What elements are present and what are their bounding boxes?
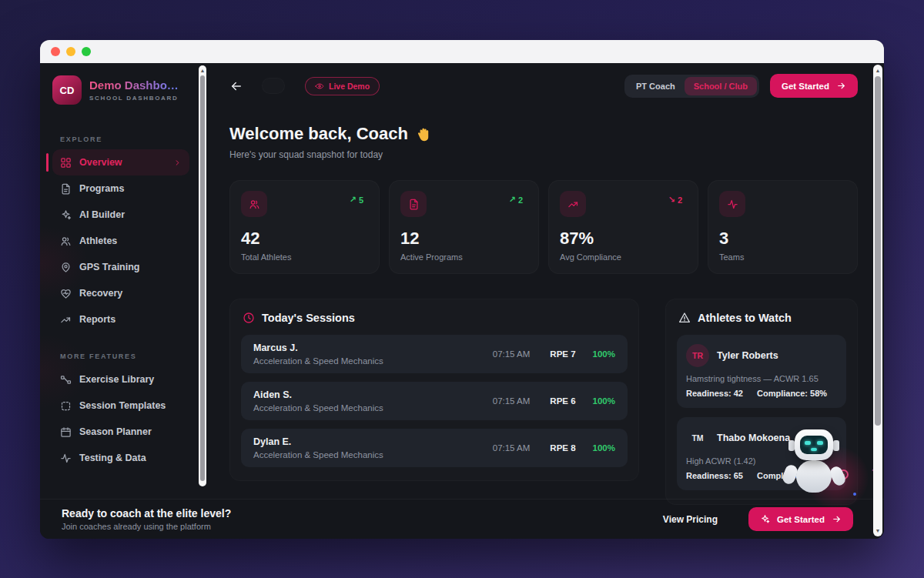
watch-card[interactable]: TR Tyler Roberts Hamstring tightness — A… — [677, 335, 846, 408]
activity-icon — [727, 199, 738, 210]
sidebar-item[interactable]: Athletes — [52, 228, 189, 254]
brand[interactable]: CD Demo Dashboard SCHOOL DASHBOARD — [52, 75, 189, 105]
sidebar-item-label: Session Templates — [79, 400, 166, 411]
sidebar-item[interactable]: Exercise Library — [52, 366, 189, 393]
sidebar-item[interactable]: Reports — [52, 306, 189, 332]
panel-left-icon[interactable] — [262, 78, 285, 94]
sidebar-scrollbar[interactable]: ▲ — [199, 65, 206, 486]
session-rpe: RPE 8 — [550, 443, 575, 453]
session-rpe: RPE 6 — [550, 396, 575, 406]
assistant-robot-mascot[interactable]: ? — [776, 426, 865, 506]
sidebar-item[interactable]: Season Planner — [52, 419, 189, 445]
session-row[interactable]: Aiden S. Acceleration & Speed Mechanics … — [241, 382, 628, 420]
scroll-up-icon[interactable]: ▲ — [200, 68, 206, 73]
zoom-button[interactable] — [82, 47, 91, 56]
stat-value: 42 — [241, 229, 363, 249]
arrow-right-icon — [836, 81, 846, 91]
session-time: 07:15 AM — [493, 349, 531, 359]
arrow-up-right-icon: ↗ — [350, 195, 357, 205]
sidebar-item[interactable]: Programs — [52, 175, 189, 202]
session-row[interactable]: Marcus J. Acceleration & Speed Mechanics… — [241, 335, 628, 373]
stat-card[interactable]: ↗ 5 42 Total Athletes — [229, 180, 380, 274]
window-titlebar — [40, 40, 884, 63]
stat-card[interactable]: ↗ 2 12 Active Programs — [389, 180, 539, 274]
sidebar: CD Demo Dashboard SCHOOL DASHBOARD EXPLO… — [40, 63, 199, 499]
footer-get-started-button[interactable]: Get Started — [748, 507, 853, 531]
grid-icon — [60, 157, 72, 169]
athlete-readiness: Readiness: 65 — [686, 471, 743, 480]
live-demo-badge[interactable]: Live Demo — [305, 77, 380, 95]
users-icon — [249, 199, 260, 210]
watch-title: Athletes to Watch — [698, 312, 792, 324]
arrow-down-right-icon: ↘ — [668, 195, 675, 205]
athlete-name: Dylan E. — [253, 436, 383, 447]
get-started-label: Get Started — [782, 82, 829, 91]
athlete-name: Marcus J. — [253, 342, 383, 353]
alert-triangle-icon — [678, 312, 691, 324]
sidebar-scrollbar-thumb[interactable] — [200, 75, 205, 481]
view-pricing-link[interactable]: View Pricing — [663, 514, 718, 525]
main-scrollbar[interactable]: ▲ ▼ — [873, 65, 882, 536]
footer-title: Ready to coach at the elite level? — [62, 507, 231, 520]
scroll-up-icon[interactable]: ▲ — [875, 68, 881, 73]
session-compliance: 100% — [593, 349, 615, 359]
session-time: 07:15 AM — [493, 443, 531, 453]
get-started-button[interactable]: Get Started — [770, 74, 858, 98]
sidebar-section-more: MORE FEATURES — [60, 352, 189, 360]
sidebar-item[interactable]: Overview — [52, 149, 189, 175]
users-icon — [60, 236, 72, 247]
stat-value: 3 — [719, 229, 842, 249]
brand-title: Demo Dashboard — [89, 79, 180, 92]
heart-pulse-icon — [60, 288, 72, 299]
stat-card[interactable]: 3 Teams — [708, 180, 858, 274]
athlete-name: Aiden S. — [253, 389, 383, 400]
toggle-option-school-club[interactable]: School / Club — [685, 77, 757, 95]
sidebar-item[interactable]: GPS Training — [52, 254, 189, 280]
sidebar-item[interactable]: Recovery — [52, 280, 189, 306]
brand-logo: CD — [52, 75, 82, 105]
file-text-icon — [60, 183, 72, 195]
file-text-icon — [408, 199, 420, 210]
main-scrollbar-thumb[interactable] — [875, 76, 881, 426]
session-row[interactable]: Dylan E. Acceleration & Speed Mechanics … — [241, 429, 628, 467]
trending-up-icon — [567, 199, 579, 210]
sessions-list: Marcus J. Acceleration & Speed Mechanics… — [241, 335, 628, 467]
session-program: Acceleration & Speed Mechanics — [253, 403, 383, 413]
sidebar-item[interactable]: Testing & Data — [52, 445, 189, 471]
session-compliance: 100% — [593, 443, 615, 453]
robot-face-screen — [800, 436, 828, 454]
arrow-left-icon[interactable] — [229, 79, 243, 93]
athlete-readiness: Readiness: 42 — [686, 389, 743, 398]
stat-value: 87% — [560, 229, 682, 249]
toggle-option-pt-coach[interactable]: PT Coach — [627, 77, 685, 95]
stat-card[interactable]: ↘ 2 87% Avg Compliance — [548, 180, 698, 274]
close-button[interactable] — [51, 47, 60, 56]
page-subtitle: Here's your squad snapshot for today — [229, 149, 858, 160]
sidebar-item[interactable]: Session Templates — [52, 393, 189, 419]
template-icon — [60, 400, 72, 412]
session-program: Acceleration & Speed Mechanics — [253, 450, 383, 459]
sidebar-item-label: Season Planner — [79, 426, 152, 437]
sidebar-item[interactable]: AI Builder — [52, 202, 189, 228]
sidebar-item-label: Testing & Data — [79, 453, 146, 463]
sidebar-item-label: Reports — [79, 314, 116, 325]
sparkles-icon — [760, 514, 770, 524]
athlete-compliance: Compliance: 58% — [757, 389, 827, 398]
sidebar-item-label: AI Builder — [79, 209, 125, 220]
stat-value: 12 — [400, 229, 523, 249]
sessions-title: Today's Sessions — [262, 312, 355, 324]
page-title: Welcome back, Coach — [229, 124, 858, 144]
minimize-button[interactable] — [66, 47, 75, 56]
avatar: TM — [686, 426, 709, 449]
calendar-icon — [60, 426, 72, 438]
sidebar-item-label: Athletes — [79, 236, 117, 246]
brand-subtitle: SCHOOL DASHBOARD — [89, 95, 180, 102]
stat-label: Total Athletes — [241, 252, 363, 262]
welcome-section: Welcome back, Coach Here's your squad sn… — [229, 124, 858, 160]
topbar: Live Demo PT Coach School / Club Get Sta… — [229, 74, 858, 98]
wave-hand-icon — [415, 125, 432, 142]
stat-trend: ↗ 5 — [350, 195, 363, 205]
clock-icon — [243, 312, 255, 324]
sidebar-item-label: GPS Training — [79, 262, 140, 272]
scroll-down-icon[interactable]: ▼ — [875, 528, 881, 533]
